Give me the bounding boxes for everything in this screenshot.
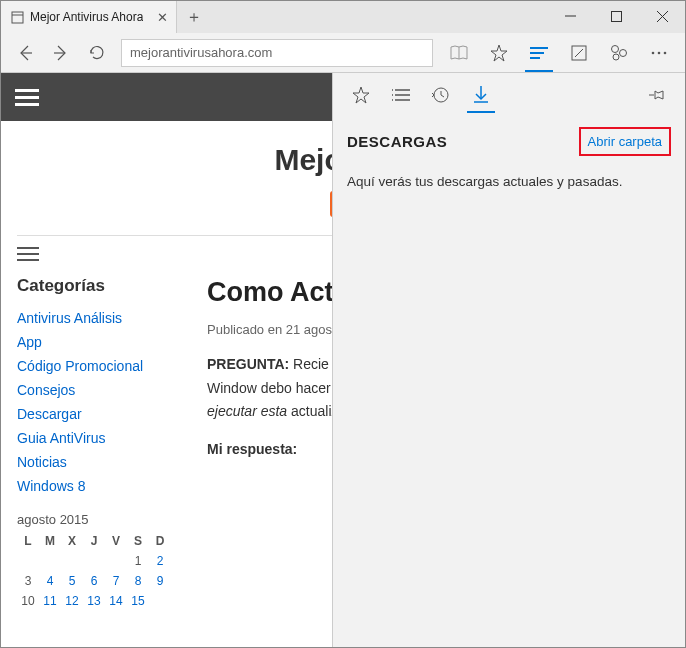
calendar-day-header: S xyxy=(127,531,149,551)
refresh-button[interactable] xyxy=(79,35,115,71)
category-link[interactable]: App xyxy=(17,330,187,354)
svg-point-14 xyxy=(620,49,627,56)
hamburger-icon[interactable] xyxy=(15,85,39,110)
browser-tab[interactable]: Mejor Antivirus Ahora ✕ xyxy=(1,1,177,33)
address-bar: mejorantivirusahora.com xyxy=(1,33,685,73)
panel-heading: DESCARGAS xyxy=(347,133,447,150)
calendar-day[interactable]: 5 xyxy=(61,571,83,591)
minimize-button[interactable] xyxy=(547,1,593,31)
panel-tab-downloads[interactable] xyxy=(461,73,501,117)
calendar-day xyxy=(83,551,105,571)
category-link[interactable]: Antivirus Análisis xyxy=(17,306,187,330)
svg-rect-0 xyxy=(12,12,23,23)
calendar-day xyxy=(149,591,171,611)
calendar-day-header: J xyxy=(83,531,105,551)
open-folder-link[interactable]: Abrir carpeta xyxy=(579,127,671,156)
calendar-day[interactable]: 11 xyxy=(39,591,61,611)
calendar-day[interactable]: 14 xyxy=(105,591,127,611)
favorites-button[interactable] xyxy=(479,35,519,71)
sidebar-heading: Categorías xyxy=(17,276,187,296)
pin-panel-button[interactable] xyxy=(637,87,677,103)
url-input[interactable]: mejorantivirusahora.com xyxy=(121,39,433,67)
title-bar: Mejor Antivirus Ahora ✕ ＋ xyxy=(1,1,685,33)
category-link[interactable]: Descargar xyxy=(17,402,187,426)
svg-point-15 xyxy=(613,54,619,60)
page-icon xyxy=(11,11,24,24)
calendar: LMXJVSD123456789101112131415 xyxy=(17,531,187,611)
panel-tab-history[interactable] xyxy=(421,73,461,117)
svg-point-18 xyxy=(664,51,667,54)
sidebar: Categorías Antivirus AnálisisAppCódigo P… xyxy=(17,276,187,611)
panel-header: DESCARGAS Abrir carpeta xyxy=(333,117,685,166)
panel-tab-favorites[interactable] xyxy=(341,73,381,117)
category-link[interactable]: Windows 8 xyxy=(17,474,187,498)
close-window-button[interactable] xyxy=(639,1,685,31)
calendar-day[interactable]: 12 xyxy=(61,591,83,611)
back-button[interactable] xyxy=(7,35,43,71)
tab-title: Mejor Antivirus Ahora xyxy=(30,10,143,24)
calendar-day xyxy=(105,551,127,571)
calendar-day[interactable]: 15 xyxy=(127,591,149,611)
window-controls xyxy=(547,1,685,31)
category-link[interactable]: Noticias xyxy=(17,450,187,474)
category-link[interactable]: Guia AntiVirus xyxy=(17,426,187,450)
panel-tab-reading-list[interactable] xyxy=(381,73,421,117)
calendar-day: 1 xyxy=(127,551,149,571)
hub-button[interactable] xyxy=(519,35,559,71)
tab-close-button[interactable]: ✕ xyxy=(157,10,168,25)
calendar-day[interactable]: 6 xyxy=(83,571,105,591)
more-button[interactable] xyxy=(639,35,679,71)
calendar-day xyxy=(17,551,39,571)
svg-point-13 xyxy=(612,45,619,52)
calendar-day-header: D xyxy=(149,531,171,551)
svg-point-17 xyxy=(658,51,661,54)
reading-view-button[interactable] xyxy=(439,35,479,71)
url-text: mejorantivirusahora.com xyxy=(130,45,272,60)
category-link[interactable]: Código Promocional xyxy=(17,354,187,378)
panel-empty-message: Aquí verás tus descargas actuales y pasa… xyxy=(333,166,685,197)
archive-label: agosto 2015 xyxy=(17,512,187,527)
calendar-day[interactable]: 8 xyxy=(127,571,149,591)
calendar-day: 3 xyxy=(17,571,39,591)
share-button[interactable] xyxy=(599,35,639,71)
downloads-panel: DESCARGAS Abrir carpeta Aquí verás tus d… xyxy=(332,73,685,648)
maximize-button[interactable] xyxy=(593,1,639,31)
calendar-day[interactable]: 13 xyxy=(83,591,105,611)
category-link[interactable]: Consejos xyxy=(17,378,187,402)
new-tab-button[interactable]: ＋ xyxy=(177,1,211,33)
panel-tabs xyxy=(333,73,685,117)
calendar-day[interactable]: 9 xyxy=(149,571,171,591)
forward-button[interactable] xyxy=(43,35,79,71)
calendar-day-header: V xyxy=(105,531,127,551)
calendar-day-header: L xyxy=(17,531,39,551)
calendar-day xyxy=(39,551,61,571)
calendar-day: 10 xyxy=(17,591,39,611)
svg-rect-3 xyxy=(611,11,621,21)
calendar-day xyxy=(61,551,83,571)
calendar-day[interactable]: 2 xyxy=(149,551,171,571)
svg-point-16 xyxy=(652,51,655,54)
calendar-day[interactable]: 7 xyxy=(105,571,127,591)
calendar-day-header: M xyxy=(39,531,61,551)
calendar-day-header: X xyxy=(61,531,83,551)
calendar-day[interactable]: 4 xyxy=(39,571,61,591)
web-note-button[interactable] xyxy=(559,35,599,71)
